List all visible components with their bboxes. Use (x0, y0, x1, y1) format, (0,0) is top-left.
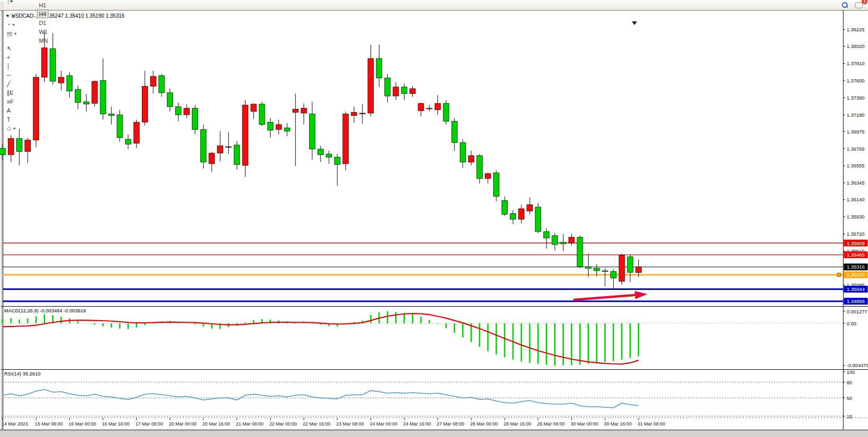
text-label-button[interactable]: T (5, 115, 13, 124)
candle-body (627, 257, 633, 272)
time-tick-label: 22 Mar 00:00 (270, 421, 297, 427)
crosshair-button[interactable]: + (5, 53, 12, 62)
candle-body (317, 149, 323, 155)
chevron-down-icon: ▾ (14, 31, 16, 36)
crosshair-icon: + (7, 55, 10, 60)
price-tick-label: 1.37600 (847, 78, 864, 83)
candle-body (201, 129, 206, 162)
candle-body (335, 157, 340, 165)
candle-body (150, 77, 156, 87)
trendline-button[interactable]: ╱ (5, 80, 13, 89)
candle-body (535, 207, 541, 232)
timeframe-h1-button[interactable]: H1 (37, 1, 48, 9)
vertical-line-button[interactable]: │ (5, 62, 13, 71)
candle-body (594, 268, 600, 271)
templates-icon: ▤ (7, 31, 12, 37)
search-button[interactable] (840, 0, 850, 10)
candle-body (527, 204, 533, 211)
search-icon (842, 2, 848, 8)
candle-body (92, 81, 97, 103)
timeframe-mn-button[interactable]: MN (37, 36, 50, 45)
horizontal-line-button[interactable]: ─ (5, 71, 13, 80)
candle-body (351, 112, 357, 115)
text-button[interactable]: A (5, 106, 13, 115)
time-tick-label: 27 Mar 08:00 (437, 421, 464, 427)
text-icon: A (7, 108, 10, 114)
price-level-badge-label: 1.35316 (847, 264, 864, 270)
fibonacci-button[interactable]: ≡F (5, 98, 16, 106)
candle-body (309, 114, 315, 149)
fibonacci-icon: ≡F (7, 99, 14, 105)
candle-body (460, 142, 466, 162)
timeframe-w1-button[interactable]: W1 (37, 27, 50, 36)
time-tick-label: 29 Mar 08:00 (537, 421, 565, 427)
candle-body (67, 76, 72, 91)
candle-body (8, 138, 14, 154)
macd-indicator-label: MACD(12,26,9) -0.003484 -0.003919 (4, 308, 86, 313)
candle-body (292, 109, 298, 112)
time-tick-label: 24 Mar 16:00 (403, 421, 431, 427)
candle-body (267, 122, 273, 130)
candle-body (276, 125, 282, 129)
candle-body (418, 103, 424, 111)
cursor-button[interactable]: ↖ (5, 44, 14, 53)
candle-body (192, 108, 198, 130)
time-tick-label: 20 Mar 16:00 (202, 421, 230, 427)
shapes-button[interactable]: ◇▾ (5, 124, 17, 133)
candle-body (343, 114, 349, 164)
price-tick-label: 1.36555 (847, 163, 864, 168)
vertical-line-icon: │ (7, 64, 10, 69)
toolbar-grip[interactable] (1, 2, 4, 9)
channel-button[interactable]: ∥E (5, 89, 16, 98)
candle-body (125, 139, 131, 144)
candle-body (610, 272, 616, 278)
rsi-axis-label: 80 (847, 380, 852, 385)
horizontal-line-icon: ─ (7, 72, 11, 78)
candle-body (560, 242, 566, 244)
candle-body (393, 87, 399, 96)
time-tick-label: 14 Mar 2023 (2, 421, 28, 427)
candle-body (301, 108, 307, 113)
indicators-add-icon: + (7, 13, 10, 19)
notification-badge: 1 (862, 0, 867, 4)
timeframe-h4-button[interactable]: H4 (37, 9, 48, 18)
time-tick-label: 16 Mar 00:00 (68, 421, 96, 427)
candle-body (142, 86, 148, 122)
candle-body (376, 58, 382, 78)
candle-body (259, 104, 265, 125)
shapes-icon: ◇ (7, 126, 11, 131)
time-tick-label: 20 Mar 00:00 (169, 421, 197, 427)
candle-body (234, 145, 240, 165)
time-tick-label: 30 Mar 00:00 (570, 421, 598, 427)
chevron-down-icon: ▾ (13, 22, 15, 27)
periods-clock-button[interactable]: ◔▾ (5, 20, 17, 29)
price-level-badge-label: 1.35220 (847, 272, 864, 277)
candle-body (493, 173, 499, 196)
macd-axis-label: 0.00 (847, 321, 857, 326)
time-tick-label: 28 Mar 00:00 (470, 421, 498, 427)
candle-body (217, 146, 223, 153)
rsi-axis-label: 50 (847, 395, 852, 401)
price-tick-label: 1.37180 (847, 112, 864, 118)
time-tick-label: 17 Mar 08:00 (136, 421, 163, 427)
candle-body (50, 48, 56, 81)
timeframe-d1-button[interactable]: D1 (37, 18, 48, 27)
candle-body (176, 106, 181, 115)
price-tick-label: 1.37810 (847, 60, 864, 66)
time-tick-label: 30 Mar 16:00 (604, 421, 632, 427)
candle-body (552, 236, 558, 245)
templates-button[interactable]: ▤▾ (5, 29, 18, 38)
time-tick-label: 22 Mar 16:00 (303, 421, 331, 427)
chart-canvas[interactable]: 1.382251.380201.378101.376001.373901.371… (0, 10, 868, 437)
candle-body (360, 113, 365, 114)
indicators-add-button[interactable]: +▾ (5, 11, 16, 20)
chart-shift-button[interactable]: │▸ (5, 0, 15, 5)
candle-body (75, 90, 81, 103)
candle-body (519, 209, 524, 219)
candle-body (468, 155, 474, 162)
price-tick-label: 1.36765 (847, 146, 864, 152)
time-tick-label: 23 Mar 08:00 (336, 421, 364, 427)
cursor-icon: ↖ (7, 46, 11, 52)
notifications-button[interactable]: 1 (853, 0, 865, 10)
candle-body (108, 114, 114, 116)
